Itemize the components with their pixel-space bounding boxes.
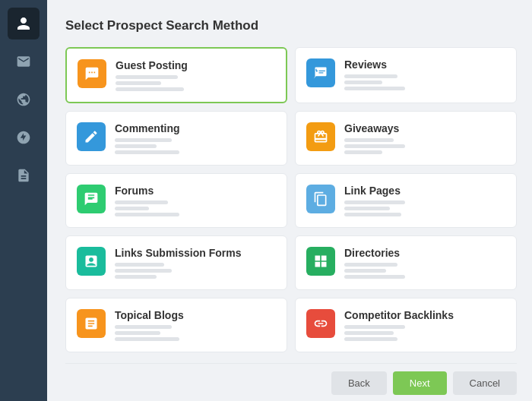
topical-blogs-label: Topical Blogs	[115, 309, 184, 321]
cancel-button[interactable]: Cancel	[453, 371, 517, 395]
desc-line	[344, 263, 397, 267]
desc-line	[115, 337, 179, 341]
desc-line	[344, 325, 405, 329]
topical-blogs-text: Topical Blogs	[115, 309, 184, 341]
giveaways-text: Giveaways	[344, 122, 405, 154]
card-competitor-backlinks[interactable]: Competitor Backlinks	[295, 298, 517, 352]
reviews-text: Reviews	[344, 58, 405, 90]
forums-desc	[115, 200, 179, 216]
guest-posting-label: Guest Posting	[116, 59, 188, 71]
desc-line	[115, 269, 172, 273]
links-submission-forms-icon	[77, 247, 106, 276]
card-commenting[interactable]: Commenting	[65, 111, 287, 166]
desc-line	[344, 213, 401, 216]
competitor-backlinks-desc	[344, 325, 454, 341]
desc-line	[344, 144, 405, 148]
next-button[interactable]: Next	[393, 371, 447, 395]
desc-line	[116, 81, 161, 85]
footer: Back Next Cancel	[65, 363, 517, 395]
desc-line	[115, 200, 168, 204]
desc-line	[115, 213, 179, 216]
card-topical-blogs[interactable]: Topical Blogs	[65, 298, 287, 352]
link-pages-text: Link Pages	[344, 185, 405, 216]
commenting-desc	[115, 138, 180, 154]
back-button[interactable]: Back	[331, 371, 387, 395]
directories-label: Directories	[344, 247, 405, 259]
reviews-desc	[344, 74, 405, 90]
desc-line	[115, 138, 172, 142]
desc-line	[344, 275, 405, 279]
competitor-backlinks-icon	[306, 309, 335, 338]
card-guest-posting[interactable]: Guest Posting	[65, 47, 287, 103]
card-link-pages[interactable]: Link Pages	[295, 173, 517, 228]
desc-line	[344, 337, 397, 341]
guest-posting-icon	[78, 59, 106, 88]
sidebar-icon-mail[interactable]	[8, 46, 40, 77]
desc-line	[344, 138, 394, 142]
forums-text: Forums	[115, 185, 179, 216]
sidebar	[0, 0, 47, 401]
desc-line	[344, 150, 382, 154]
card-links-submission-forms[interactable]: Links Submission Forms	[65, 235, 287, 290]
directories-desc	[344, 263, 405, 279]
giveaways-label: Giveaways	[344, 122, 405, 134]
sidebar-icon-gauge[interactable]	[8, 122, 40, 153]
desc-line	[116, 87, 184, 91]
link-pages-icon	[306, 185, 335, 213]
commenting-icon	[77, 122, 106, 151]
desc-line	[344, 207, 390, 210]
giveaways-desc	[344, 138, 405, 154]
forums-label: Forums	[115, 185, 179, 197]
directories-icon	[306, 247, 335, 276]
sidebar-icon-user[interactable]	[8, 8, 40, 39]
search-method-grid: Guest Posting Reviews	[65, 47, 517, 352]
main-content: Select Prospect Search Method Guest Post…	[47, 0, 532, 401]
link-pages-desc	[344, 200, 405, 216]
desc-line	[115, 263, 164, 267]
card-giveaways[interactable]: Giveaways	[295, 111, 517, 166]
desc-line	[344, 81, 382, 84]
desc-line	[115, 150, 179, 154]
topical-blogs-icon	[77, 309, 106, 338]
links-submission-forms-text: Links Submission Forms	[115, 247, 241, 279]
card-directories[interactable]: Directories	[295, 235, 517, 290]
commenting-text: Commenting	[115, 122, 180, 154]
desc-line	[344, 331, 394, 335]
giveaways-icon	[306, 122, 335, 151]
card-reviews[interactable]: Reviews	[295, 47, 517, 103]
desc-line	[344, 200, 405, 204]
desc-line	[344, 87, 405, 90]
commenting-label: Commenting	[115, 122, 180, 134]
link-pages-label: Link Pages	[344, 185, 405, 197]
reviews-icon	[306, 58, 335, 87]
sidebar-icon-report[interactable]	[8, 159, 40, 191]
desc-line	[115, 331, 160, 335]
guest-posting-text: Guest Posting	[116, 59, 188, 91]
competitor-backlinks-text: Competitor Backlinks	[344, 309, 454, 341]
desc-line	[344, 269, 386, 273]
desc-line	[115, 207, 149, 210]
page-title: Select Prospect Search Method	[65, 18, 517, 33]
links-submission-forms-desc	[115, 263, 241, 279]
links-submission-forms-label: Links Submission Forms	[115, 247, 241, 259]
forums-icon	[77, 185, 106, 213]
desc-line	[116, 75, 178, 79]
guest-posting-desc	[116, 75, 188, 91]
desc-line	[115, 325, 172, 329]
desc-line	[115, 275, 157, 279]
sidebar-icon-globe[interactable]	[8, 84, 40, 115]
card-forums[interactable]: Forums	[65, 173, 287, 228]
desc-line	[115, 144, 157, 148]
directories-text: Directories	[344, 247, 405, 279]
reviews-label: Reviews	[344, 58, 405, 71]
competitor-backlinks-label: Competitor Backlinks	[344, 309, 454, 321]
topical-blogs-desc	[115, 325, 184, 341]
desc-line	[344, 74, 397, 78]
